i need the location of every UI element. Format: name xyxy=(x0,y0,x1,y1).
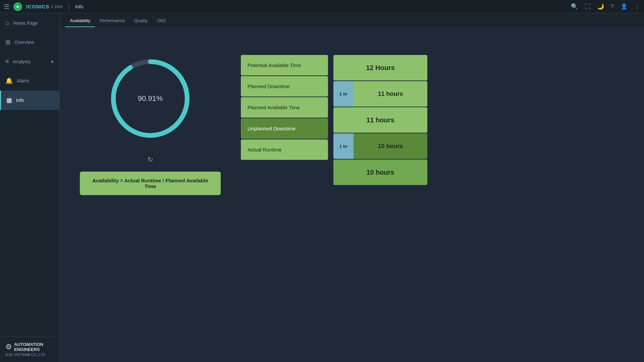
content-body: 90.91% ↻ Availability = Actual Runtime /… xyxy=(60,28,644,362)
formula-box: Availability = Actual Runtime / Planned … xyxy=(80,172,221,195)
tab-quality[interactable]: Quality xyxy=(129,15,152,27)
brand: ICONICS © 2024 xyxy=(26,4,63,9)
topbar-divider: | xyxy=(68,3,70,10)
logo-gear-icon: ⚙ xyxy=(5,343,12,351)
right-row-12hours: 12 Hours xyxy=(333,55,427,80)
topbar-page-title: Info xyxy=(75,4,84,9)
search-icon[interactable]: 🔍 xyxy=(571,3,578,10)
right-row-11hours-single: 11 hours xyxy=(333,107,427,133)
fullscreen-icon[interactable]: ⛶ xyxy=(585,3,590,10)
menu-icon[interactable]: ☰ xyxy=(4,3,9,10)
left-row-unplanned: Unplanned Downtime xyxy=(241,118,328,139)
help-icon[interactable]: ? xyxy=(611,3,614,10)
overview-icon: ⊞ xyxy=(5,39,10,46)
right-value-12hours: 12 Hours xyxy=(366,64,395,72)
sidebar-item-overview[interactable]: ⊞ Overview xyxy=(0,33,59,52)
logo-company-name: AUTOMATIONENGINEERS xyxy=(14,342,43,352)
cell-11hours-top-label: 11 hours xyxy=(378,90,403,98)
info-icon: ▦ xyxy=(6,97,12,104)
gauge-container: 90.91% xyxy=(107,55,194,142)
right-row-10hours-single: 10 hours xyxy=(333,160,427,185)
alarm-icon: 🔔 xyxy=(5,77,13,84)
cell-1hr-bottom: 1 hr xyxy=(333,133,354,159)
brand-name: ICONICS xyxy=(26,4,50,9)
sidebar-label-overview: Overview xyxy=(14,40,54,45)
left-label-planned-downtime: Planned Downtime xyxy=(248,83,290,89)
sidebar-spacer xyxy=(0,110,59,336)
sidebar-item-home[interactable]: ⌂ Home Page xyxy=(0,13,59,33)
home-icon: ⌂ xyxy=(5,19,9,26)
cell-10hours-split: 10 hours xyxy=(354,133,427,159)
left-label-unplanned: Unplanned Downtime xyxy=(248,126,296,131)
refresh-icon[interactable]: ↻ xyxy=(148,156,153,164)
tab-oee[interactable]: OEE xyxy=(152,15,171,27)
left-label-potential: Potential Available Time xyxy=(248,62,301,68)
sidebar-item-info[interactable]: ▦ Info xyxy=(0,90,59,110)
tab-availability[interactable]: Availability xyxy=(65,15,95,27)
topbar: ☰ ICONICS © 2024 | Info 🔍 ⛶ 🌙 ? 👤 ⋮ xyxy=(0,0,644,13)
gauge-percent-label: 90.91% xyxy=(138,94,163,103)
play-button[interactable] xyxy=(13,2,22,11)
left-row-actual-runtime: Actual Runtime xyxy=(241,139,328,160)
left-table: Potential Available Time Planned Downtim… xyxy=(241,55,328,160)
cell-1hr-top-label: 1 hr xyxy=(339,92,347,97)
analysis-arrow-icon: ▶ xyxy=(51,59,54,64)
sidebar-label-analysis: Analysis xyxy=(13,59,47,64)
right-row-11hours-split: 1 hr 11 hours xyxy=(333,81,427,107)
sidebar-label-alarm: Alarm xyxy=(17,78,54,83)
analysis-icon: ≡ xyxy=(5,58,9,65)
left-row-potential: Potential Available Time xyxy=(241,55,328,75)
cell-10hours-split-label: 10 hours xyxy=(378,143,403,150)
right-value-11hours: 11 hours xyxy=(366,116,394,124)
logo-subtext: AUE VIETNAM CO.,LTD xyxy=(5,353,54,357)
main-layout: ⌂ Home Page ⊞ Overview ≡ Analysis ▶ 🔔 Al… xyxy=(0,13,644,362)
left-row-planned-downtime: Planned Downtime xyxy=(241,76,328,97)
user-icon[interactable]: 👤 xyxy=(621,3,628,10)
tab-performance[interactable]: Performance xyxy=(95,15,129,27)
gauge-center: 90.91% xyxy=(138,94,163,103)
gauge-section: 90.91% ↻ Availability = Actual Runtime /… xyxy=(80,42,221,195)
sidebar-label-home: Home Page xyxy=(13,20,54,26)
tabs-bar: Availability Performance Quality OEE xyxy=(60,13,644,28)
cell-1hr-bottom-label: 1 hr xyxy=(339,144,347,149)
brand-year: © 2024 xyxy=(51,5,63,9)
more-icon[interactable]: ⋮ xyxy=(634,3,640,10)
topbar-right-icons: 🔍 ⛶ 🌙 ? 👤 ⋮ xyxy=(571,3,640,10)
sidebar: ⌂ Home Page ⊞ Overview ≡ Analysis ▶ 🔔 Al… xyxy=(0,13,60,362)
data-section: Potential Available Time Planned Downtim… xyxy=(241,42,427,185)
theme-icon[interactable]: 🌙 xyxy=(597,3,604,10)
right-row-10hours-split: 1 hr 10 hours xyxy=(333,133,427,159)
formula-text: Availability = Actual Runtime / Planned … xyxy=(93,178,208,189)
left-label-planned-available: Planned Available Time xyxy=(248,105,300,110)
sidebar-item-alarm[interactable]: 🔔 Alarm xyxy=(0,71,59,90)
right-table: 12 Hours 1 hr 11 hours 11 hours xyxy=(333,55,427,185)
right-value-10hours: 10 hours xyxy=(366,169,394,176)
left-label-actual-runtime: Actual Runtime xyxy=(248,147,282,153)
sidebar-item-analysis[interactable]: ≡ Analysis ▶ xyxy=(0,52,59,71)
left-row-planned-available: Planned Available Time xyxy=(241,97,328,118)
sidebar-logo: ⚙ AUTOMATIONENGINEERS AUE VIETNAM CO.,LT… xyxy=(0,336,59,362)
sidebar-label-info: Info xyxy=(16,98,54,103)
content-area: Availability Performance Quality OEE 90.… xyxy=(60,13,644,362)
cell-1hr-top: 1 hr xyxy=(333,81,354,107)
cell-11hours-top: 11 hours xyxy=(354,81,427,107)
